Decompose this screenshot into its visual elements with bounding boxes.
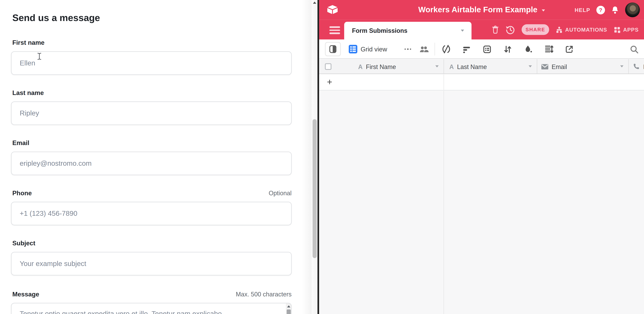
sidebar-menu-button[interactable]: [329, 26, 340, 34]
filter-icon: [462, 45, 471, 54]
group-icon: [482, 45, 492, 54]
column-divider[interactable]: [537, 59, 537, 74]
subject-field-group: Subject: [11, 239, 292, 275]
last-name-field-group: Last name: [11, 89, 292, 125]
scrollbar-thumb[interactable]: [286, 309, 290, 314]
phone-optional-helper: Optional: [268, 189, 292, 196]
form-title: Send us a message: [12, 12, 100, 24]
hide-fields-icon: [441, 45, 451, 54]
view-toolbar: Grid view: [319, 40, 644, 59]
last-name-input[interactable]: [11, 102, 292, 125]
share-view-icon: [565, 45, 574, 54]
message-maxchars-helper: Max. 500 characters: [236, 290, 292, 297]
email-label: Email: [12, 139, 292, 147]
add-record-row[interactable]: +: [319, 74, 644, 90]
chevron-down-icon[interactable]: [435, 66, 438, 68]
message-field-group: Message Max. 500 characters: [11, 290, 292, 314]
phone-label: Phone: [12, 189, 292, 197]
collaborators-button[interactable]: [419, 40, 429, 59]
screen: Send us a message First name Last name E…: [0, 0, 644, 314]
color-button[interactable]: [523, 45, 533, 54]
column-divider: [444, 74, 444, 90]
filter-button[interactable]: [462, 45, 472, 54]
share-view-button[interactable]: [564, 45, 574, 54]
email-field-group: Email: [11, 139, 292, 175]
airtable-tabbar: Form Submissions SHARE: [319, 20, 644, 39]
first-name-input[interactable]: [11, 52, 292, 75]
scroll-up-arrow-icon[interactable]: [287, 305, 290, 307]
message-scrollbar[interactable]: [286, 303, 291, 314]
chevron-down-icon[interactable]: [620, 66, 623, 68]
apps-icon: [614, 26, 620, 33]
column-divider[interactable]: [444, 59, 444, 74]
add-record-plus-icon[interactable]: +: [327, 74, 332, 90]
chevron-down-icon: [542, 10, 545, 12]
envelope-icon: [541, 64, 548, 69]
last-name-label: Last name: [12, 89, 292, 97]
apps-label: APPS: [623, 27, 639, 33]
people-icon: [419, 45, 429, 53]
scrollbar-thumb[interactable]: [312, 119, 317, 258]
hide-fields-button[interactable]: [441, 45, 451, 54]
notifications-bell-icon[interactable]: [611, 6, 619, 14]
paint-drop-icon: [524, 45, 533, 54]
chevron-down-icon[interactable]: [529, 66, 532, 68]
column-header-email[interactable]: Email: [541, 59, 567, 74]
table-tab-label: Form Submissions: [352, 22, 408, 40]
grid-header-row: A First Name A Last Name Email: [319, 59, 644, 74]
phone-field-group: Phone Optional: [11, 189, 292, 225]
message-textarea[interactable]: [11, 303, 292, 314]
automations-label: AUTOMATIONS: [565, 27, 607, 33]
toolbar-icons: [441, 40, 574, 59]
text-field-icon: A: [449, 64, 454, 70]
first-name-field-group: First name: [11, 39, 292, 75]
page-scrollbar[interactable]: [312, 0, 318, 314]
column-header-phone[interactable]: Phone: [632, 59, 644, 74]
row-height-button[interactable]: [544, 45, 554, 54]
first-name-label: First name: [12, 39, 292, 47]
select-all-checkbox[interactable]: [325, 63, 332, 70]
topbar-actions: HELP ?: [575, 0, 640, 20]
automations-button[interactable]: AUTOMATIONS: [556, 26, 607, 33]
phone-icon: [632, 63, 640, 70]
help-button[interactable]: HELP: [575, 7, 590, 13]
toolbar-divider: [434, 43, 435, 56]
view-switcher[interactable]: Grid view: [348, 40, 387, 59]
share-label: SHARE: [526, 27, 545, 33]
more-options-button[interactable]: [402, 40, 413, 59]
history-icon[interactable]: [506, 25, 515, 34]
tab-form-submissions[interactable]: Form Submissions: [344, 22, 472, 40]
grid-view-icon: [348, 45, 357, 54]
airtable-pane: Workers Airtable Form Example HELP ? For…: [319, 0, 644, 314]
contact-form-pane: Send us a message First name Last name E…: [0, 0, 312, 314]
subject-label: Subject: [12, 239, 292, 247]
help-circle-icon[interactable]: ?: [596, 6, 605, 14]
views-sidebar-toggle-button[interactable]: [325, 42, 341, 56]
window-divider: [318, 0, 319, 314]
column-divider: [444, 91, 444, 314]
base-title: Workers Airtable Form Example: [418, 5, 537, 14]
chevron-down-icon: [461, 30, 464, 32]
text-field-icon: A: [358, 64, 362, 70]
sort-icon: [503, 45, 512, 54]
airtable-topbar: Workers Airtable Form Example HELP ?: [319, 0, 644, 20]
column-header-last-name[interactable]: A Last Name: [449, 59, 487, 74]
apps-button[interactable]: APPS: [614, 26, 638, 33]
avatar[interactable]: [625, 3, 640, 17]
grid-body: [319, 91, 644, 314]
subject-input[interactable]: [11, 252, 292, 275]
phone-input[interactable]: [11, 202, 292, 225]
automations-icon: [556, 26, 563, 33]
scroll-up-arrow-icon[interactable]: [313, 2, 316, 4]
tabbar-actions: SHARE AUTOMATIONS: [492, 20, 639, 39]
column-header-first-name[interactable]: A First Name: [358, 59, 396, 74]
search-button[interactable]: [630, 40, 639, 59]
sort-button[interactable]: [503, 45, 512, 54]
row-height-icon: [544, 45, 554, 54]
trash-icon[interactable]: [492, 25, 499, 34]
column-divider[interactable]: [628, 59, 629, 74]
group-button[interactable]: [482, 45, 492, 54]
share-button[interactable]: SHARE: [522, 24, 549, 35]
text-cursor-icon: [37, 53, 42, 60]
email-input[interactable]: [11, 152, 292, 175]
